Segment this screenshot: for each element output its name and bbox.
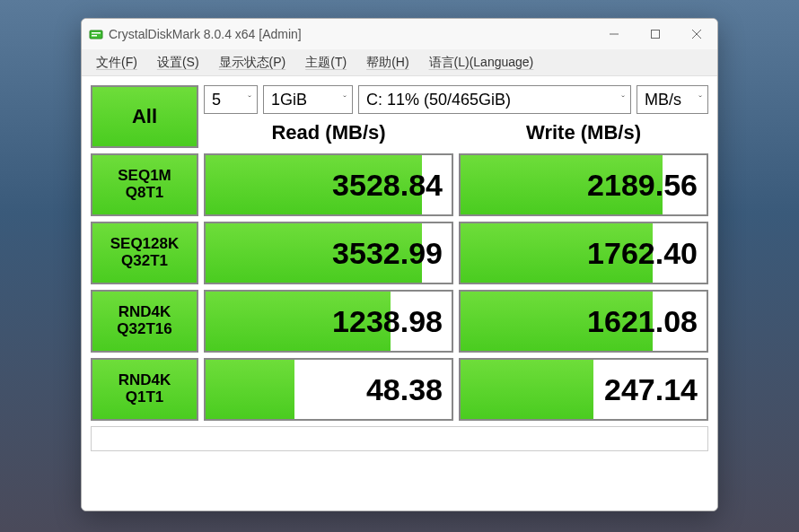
test-button-0[interactable]: SEQ1MQ8T1 (91, 153, 198, 216)
svg-rect-4 (652, 31, 660, 39)
result-value: 2189.56 (587, 168, 698, 203)
unit-select[interactable]: MB/s ˇ (637, 85, 708, 114)
run-all-button[interactable]: All (91, 85, 198, 148)
menu-file[interactable]: 文件(F) (89, 51, 145, 74)
results-grid: SEQ1MQ8T13528.842189.56SEQ128KQ32T13532.… (91, 153, 708, 421)
test-label-line1: RND4K (119, 372, 171, 389)
result-value: 3532.99 (332, 236, 443, 271)
chevron-down-icon: ˇ (698, 94, 702, 105)
header-read: Read (MB/s) (204, 121, 453, 144)
window-controls (593, 19, 717, 49)
chevron-down-icon: ˇ (248, 94, 251, 105)
window-title: CrystalDiskMark 8.0.4 x64 [Admin] (109, 27, 593, 41)
test-size-select[interactable]: 1GiB ˇ (263, 85, 353, 114)
test-button-2[interactable]: RND4KQ32T16 (91, 290, 198, 353)
result-value: 1238.98 (332, 304, 443, 339)
result-value: 247.14 (604, 372, 698, 407)
test-label-line2: Q32T16 (117, 321, 171, 338)
menu-language[interactable]: 语言(L)(Language) (422, 51, 541, 74)
menu-help[interactable]: 帮助(H) (359, 51, 416, 74)
run-all-label: All (132, 105, 157, 128)
test-count-value: 5 (212, 91, 221, 109)
menubar: 文件(F) 设置(S) 显示状态(P) 主题(T) 帮助(H) 语言(L)(La… (82, 49, 717, 76)
svg-rect-1 (92, 32, 101, 34)
result-write-0: 2189.56 (459, 153, 708, 216)
result-write-2: 1621.08 (459, 290, 708, 353)
status-bar (91, 426, 708, 451)
chevron-down-icon: ˇ (621, 94, 625, 105)
chevron-down-icon: ˇ (343, 94, 347, 105)
result-bar (206, 360, 294, 419)
menu-show-state[interactable]: 显示状态(P) (212, 51, 294, 74)
minimize-button[interactable] (593, 19, 635, 49)
test-count-select[interactable]: 5 ˇ (204, 85, 258, 114)
close-button[interactable] (676, 19, 717, 49)
test-label-line2: Q32T1 (121, 253, 168, 270)
test-label-line1: RND4K (119, 304, 171, 321)
result-read-3: 48.38 (204, 358, 453, 421)
result-read-1: 3532.99 (204, 222, 453, 284)
result-value: 1621.08 (587, 304, 698, 339)
test-label-line1: SEQ1M (118, 168, 171, 185)
header-write: Write (MB/s) (459, 121, 708, 144)
target-drive-select[interactable]: C: 11% (50/465GiB) ˇ (358, 85, 631, 114)
test-label-line2: Q1T1 (126, 389, 164, 406)
test-size-value: 1GiB (271, 91, 307, 109)
test-button-3[interactable]: RND4KQ1T1 (91, 358, 198, 421)
result-write-1: 1762.40 (459, 222, 708, 284)
test-button-1[interactable]: SEQ128KQ32T1 (91, 222, 198, 284)
result-read-2: 1238.98 (204, 290, 453, 353)
controls-row: All 5 ˇ 1GiB ˇ C: 11% (50/465GiB) ˇ (91, 85, 708, 148)
menu-theme[interactable]: 主题(T) (298, 51, 354, 74)
target-drive-value: C: 11% (50/465GiB) (366, 91, 511, 109)
content-area: All 5 ˇ 1GiB ˇ C: 11% (50/465GiB) ˇ (82, 76, 717, 510)
app-window: CrystalDiskMark 8.0.4 x64 [Admin] 文件(F) … (81, 18, 718, 511)
test-label-line2: Q8T1 (126, 185, 164, 202)
result-read-0: 3528.84 (204, 153, 453, 216)
result-value: 1762.40 (587, 236, 698, 271)
unit-value: MB/s (645, 91, 681, 109)
menu-settings[interactable]: 设置(S) (150, 51, 206, 74)
maximize-button[interactable] (635, 19, 676, 49)
svg-rect-2 (92, 35, 97, 37)
titlebar: CrystalDiskMark 8.0.4 x64 [Admin] (82, 19, 717, 49)
app-icon (89, 27, 103, 41)
result-bar (461, 360, 593, 419)
result-write-3: 247.14 (459, 358, 708, 421)
result-value: 48.38 (366, 372, 443, 407)
result-value: 3528.84 (332, 168, 443, 203)
test-label-line1: SEQ128K (110, 236, 180, 253)
svg-rect-0 (90, 31, 102, 39)
